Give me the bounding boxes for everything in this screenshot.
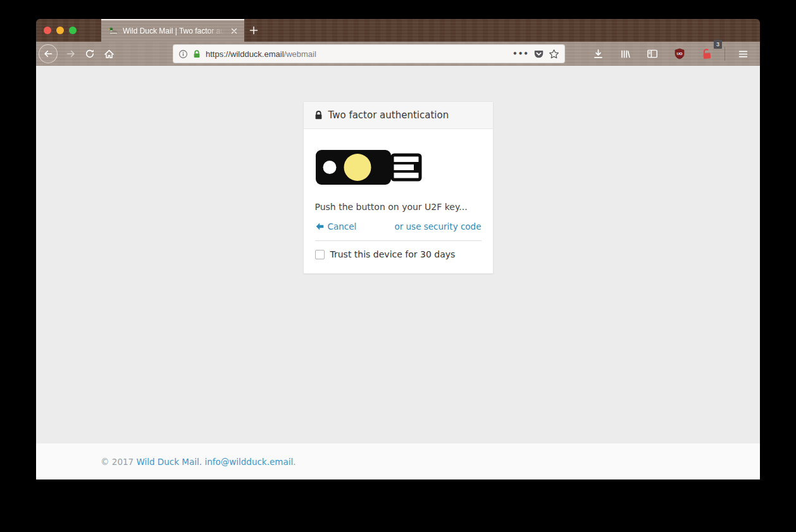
navigation-toolbar: https://wildduck.email/webmail ••• xyxy=(36,42,760,66)
plus-icon xyxy=(249,26,258,35)
security-code-link[interactable]: or use security code xyxy=(394,221,481,232)
copyright-text: © 2017 xyxy=(101,457,134,467)
duck-favicon xyxy=(108,26,118,36)
browser-window: Wild Duck Mail | Two factor auth xyxy=(36,19,760,479)
tab-close-icon[interactable] xyxy=(229,26,239,36)
svg-text:UO: UO xyxy=(676,52,682,56)
cancel-link[interactable]: Cancel xyxy=(315,221,357,232)
card-title: Two factor authentication xyxy=(328,109,449,121)
links-row: Cancel or use security code xyxy=(315,221,482,232)
reload-icon xyxy=(85,49,95,59)
two-factor-card: Two factor authentication Push the butto… xyxy=(303,101,494,274)
extension-lock-icon xyxy=(700,47,713,60)
sidebar-icon xyxy=(647,48,658,59)
new-tab-button[interactable] xyxy=(244,19,263,42)
instruction-text: Push the button on your U2F key... xyxy=(315,202,482,212)
url-bar[interactable]: https://wildduck.email/webmail ••• xyxy=(173,44,565,63)
trust-device-label: Trust this device for 30 days xyxy=(330,249,456,259)
bookmark-star-icon[interactable] xyxy=(549,49,559,59)
footer-period: . xyxy=(293,457,295,467)
footer-text: © 2017 Wild Duck Mail. info@wildduck.ema… xyxy=(101,457,695,467)
zoom-window-button[interactable] xyxy=(69,27,77,34)
url-host: https://wildduck.email xyxy=(206,49,284,59)
trust-device-checkbox[interactable] xyxy=(315,250,325,259)
active-tab[interactable]: Wild Duck Mail | Two factor auth xyxy=(101,19,244,42)
divider xyxy=(315,240,482,241)
url-text[interactable]: https://wildduck.email/webmail xyxy=(206,49,508,59)
page-content: Two factor authentication Push the butto… xyxy=(36,66,760,443)
page-footer: © 2017 Wild Duck Mail. info@wildduck.ema… xyxy=(36,443,760,479)
u2f-key-image xyxy=(315,146,424,189)
ublock-extension-button[interactable]: UO xyxy=(670,44,689,63)
extension-badge: 3 xyxy=(714,40,722,49)
info-icon[interactable] xyxy=(178,49,188,59)
email-link[interactable]: info@wildduck.email xyxy=(204,457,293,467)
minimize-window-button[interactable] xyxy=(56,27,64,34)
library-icon xyxy=(620,49,631,59)
toolbar-separator xyxy=(724,47,725,61)
arrow-left-icon xyxy=(315,222,325,231)
traffic-lights xyxy=(44,27,77,34)
sidebar-toggle-button[interactable] xyxy=(643,44,662,63)
reload-button[interactable] xyxy=(80,44,99,63)
card-header: Two factor authentication xyxy=(304,102,493,129)
card-body: Push the button on your U2F key... Cance… xyxy=(304,129,493,273)
ublock-shield-icon: UO xyxy=(674,48,685,59)
menu-hamburger-icon xyxy=(738,49,749,59)
forward-button[interactable] xyxy=(61,44,80,63)
pocket-icon[interactable] xyxy=(533,49,544,59)
menu-button[interactable] xyxy=(733,44,752,63)
downloads-button[interactable] xyxy=(588,44,607,63)
https-lock-icon[interactable] xyxy=(192,49,201,59)
page-actions-button[interactable]: ••• xyxy=(513,49,529,58)
forward-icon xyxy=(66,49,76,59)
brand-link[interactable]: Wild Duck Mail. xyxy=(136,457,202,467)
library-button[interactable] xyxy=(616,44,635,63)
tab-strip: Wild Duck Mail | Two factor auth xyxy=(36,19,760,42)
url-path: /webmail xyxy=(284,49,316,59)
toolbar-right-icons: UO 3 xyxy=(588,44,752,63)
download-icon xyxy=(593,49,604,59)
home-icon xyxy=(104,49,115,59)
back-icon xyxy=(43,49,53,59)
cancel-label: Cancel xyxy=(328,221,357,232)
tab-title: Wild Duck Mail | Two factor auth xyxy=(123,27,225,35)
back-button[interactable] xyxy=(39,44,58,63)
lock-extension-button[interactable]: 3 xyxy=(697,44,716,63)
trust-device-row[interactable]: Trust this device for 30 days xyxy=(315,249,482,259)
lock-icon xyxy=(314,110,323,120)
home-button[interactable] xyxy=(99,44,118,63)
close-window-button[interactable] xyxy=(44,27,51,34)
